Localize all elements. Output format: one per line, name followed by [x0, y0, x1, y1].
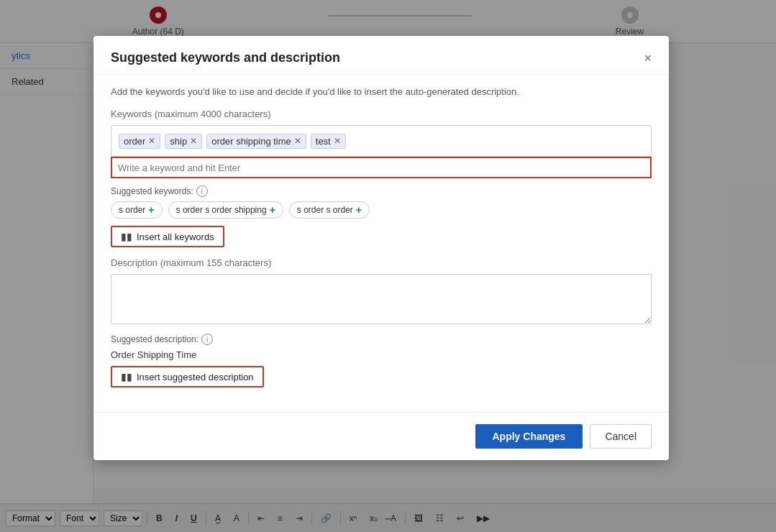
tag-test-text: test — [316, 136, 331, 147]
modal-body: Add the keywords you'd like to use and d… — [93, 75, 669, 412]
description-label: Description (maximum 155 characters) — [111, 257, 652, 268]
suggested-desc-info-icon[interactable]: i — [201, 334, 213, 345]
insert-all-label: Insert all keywords — [137, 231, 214, 242]
insert-suggested-desc-label: Insert suggested description — [137, 372, 254, 382]
modal-footer: Apply Changes Cancel — [93, 412, 669, 460]
suggested-chip-2[interactable]: s order s order + — [289, 201, 370, 219]
insert-all-icon: ▮▮ — [121, 231, 132, 242]
suggested-chip-0[interactable]: s order + — [111, 201, 163, 219]
tag-order-shipping-time-text: order shipping time — [211, 136, 291, 147]
chip-0-plus[interactable]: + — [148, 204, 154, 216]
modal-subtitle: Add the keywords you'd like to use and d… — [111, 86, 652, 97]
suggested-keywords-label: Suggested keywords: i — [111, 185, 652, 197]
tag-order-shipping-time[interactable]: order shipping time ✕ — [206, 134, 306, 149]
tag-test-remove[interactable]: ✕ — [334, 137, 341, 145]
tag-order-shipping-time-remove[interactable]: ✕ — [294, 137, 301, 145]
tag-ship-remove[interactable]: ✕ — [190, 137, 197, 145]
tag-ship-text: ship — [170, 136, 187, 147]
suggested-desc-text: Order Shipping Time — [111, 349, 652, 360]
tag-order-text: order — [124, 136, 145, 147]
suggested-chip-1[interactable]: s order s order shipping + — [168, 201, 283, 219]
insert-suggested-desc-button[interactable]: ▮▮ Insert suggested description — [111, 366, 264, 387]
insert-desc-icon: ▮▮ — [121, 371, 132, 382]
modal-dialog: Suggested keywords and description × Add… — [93, 36, 669, 460]
modal-header: Suggested keywords and description × — [93, 36, 669, 75]
chip-1-plus[interactable]: + — [270, 204, 275, 216]
modal-title: Suggested keywords and description — [111, 50, 340, 65]
keyword-input[interactable] — [118, 162, 644, 173]
tags-container[interactable]: order ✕ ship ✕ order shipping time ✕ tes… — [111, 125, 652, 157]
description-textarea[interactable] — [111, 274, 652, 324]
suggested-keywords-info-icon[interactable]: i — [196, 185, 208, 197]
chip-1-text: s order s order shipping — [176, 205, 267, 215]
tag-test[interactable]: test ✕ — [311, 134, 346, 149]
tag-order[interactable]: order ✕ — [119, 134, 160, 149]
close-button[interactable]: × — [644, 52, 652, 65]
insert-all-keywords-button[interactable]: ▮▮ Insert all keywords — [111, 226, 224, 247]
tag-ship[interactable]: ship ✕ — [165, 134, 202, 149]
tag-order-remove[interactable]: ✕ — [148, 137, 155, 145]
chip-2-text: s order s order — [297, 205, 353, 215]
keywords-label: Keywords (maximum 4000 characters) — [111, 109, 652, 119]
chip-0-text: s order — [119, 205, 145, 215]
suggested-chips: s order + s order s order shipping + s o… — [111, 201, 652, 219]
suggested-desc-label: Suggested description: i — [111, 334, 652, 345]
keyword-input-wrapper[interactable] — [111, 157, 652, 178]
cancel-button[interactable]: Cancel — [590, 424, 652, 449]
apply-changes-button[interactable]: Apply Changes — [475, 424, 583, 449]
chip-2-plus[interactable]: + — [356, 204, 362, 216]
